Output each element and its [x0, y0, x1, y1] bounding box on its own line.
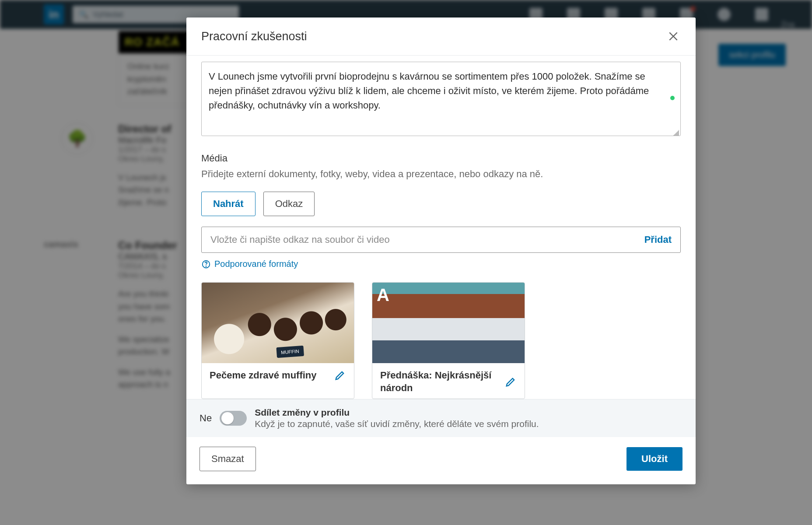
save-button[interactable]: Uložit: [626, 447, 682, 471]
link-input[interactable]: [210, 234, 644, 245]
upload-button[interactable]: Nahrát: [201, 192, 256, 216]
question-circle-icon: [201, 259, 211, 269]
media-thumbnail: [202, 283, 354, 363]
svg-point-3: [206, 266, 206, 266]
edit-media-button[interactable]: [504, 376, 517, 388]
media-item[interactable]: Pečeme zdravé muffiny: [201, 282, 354, 399]
media-title: Přednáška: Nejkrásnější národn: [380, 369, 494, 394]
media-section-label: Média: [201, 153, 681, 164]
close-icon: [668, 31, 679, 42]
pencil-icon: [504, 376, 517, 388]
supported-formats-text: Podporované formáty: [214, 259, 298, 269]
experience-edit-modal: Pracovní zkušenosti Média Přidejte exter…: [186, 18, 696, 484]
media-title: Pečeme zdravé muffiny: [210, 369, 317, 382]
link-input-row: Přidat: [201, 227, 681, 253]
modal-header: Pracovní zkušenosti: [186, 18, 696, 56]
modal-body: Média Přidejte externí dokumenty, fotky,…: [186, 56, 696, 399]
toggle-state-label: Ne: [200, 413, 212, 424]
grammar-indicator-icon: [670, 96, 675, 100]
modal-actions: Smazat Uložit: [186, 437, 696, 484]
edit-media-button[interactable]: [334, 369, 346, 382]
media-section-sub: Přidejte externí dokumenty, fotky, weby,…: [201, 167, 681, 181]
share-changes-footer: Ne Sdílet změny v profilu Když je to zap…: [186, 399, 696, 437]
delete-button[interactable]: Smazat: [200, 447, 256, 471]
share-desc: Když je to zapnuté, vaše síť uvidí změny…: [255, 419, 539, 429]
toggle-knob-icon: [221, 412, 234, 424]
modal-title: Pracovní zkušenosti: [201, 30, 307, 43]
close-button[interactable]: [666, 29, 681, 44]
share-title: Sdílet změny v profilu: [255, 407, 539, 418]
resize-handle-icon[interactable]: [673, 130, 679, 136]
media-item[interactable]: Přednáška: Nejkrásnější národn: [372, 282, 525, 399]
link-button[interactable]: Odkaz: [263, 192, 315, 216]
description-textarea[interactable]: [201, 62, 681, 136]
media-thumbnail: [372, 283, 525, 363]
pencil-icon: [334, 369, 346, 382]
share-toggle[interactable]: [220, 411, 247, 426]
add-link-button[interactable]: Přidat: [644, 234, 672, 245]
media-grid: Pečeme zdravé muffiny Přednáška: Nejkrás…: [201, 282, 681, 399]
supported-formats-link[interactable]: Podporované formáty: [201, 259, 681, 269]
